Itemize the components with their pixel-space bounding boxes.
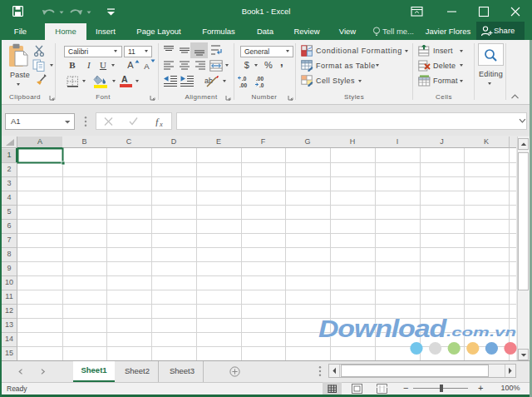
svg-text:.com.vn: .com.vn (446, 325, 516, 339)
svg-text:Download: Download (318, 315, 447, 341)
